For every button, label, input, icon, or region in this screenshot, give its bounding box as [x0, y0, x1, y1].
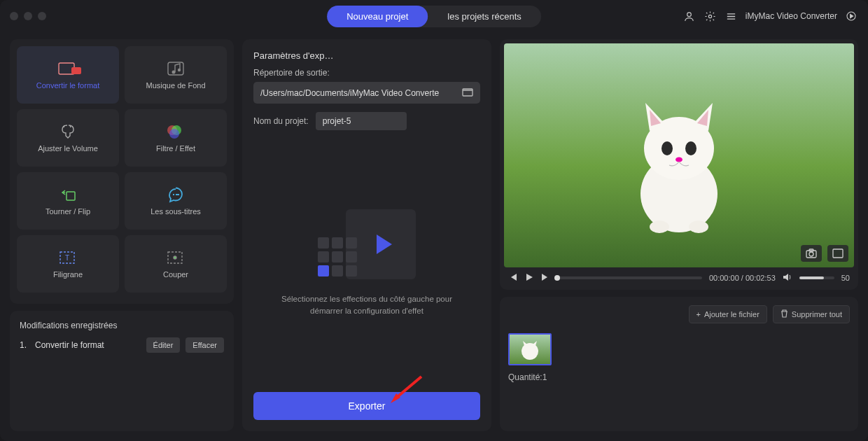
svg-point-7 — [178, 69, 181, 71]
settings-icon[interactable] — [704, 9, 718, 23]
fullscreen-icon[interactable] — [827, 245, 848, 262]
tool-filter-effect[interactable]: Filtre / Effet — [125, 109, 227, 167]
effect-illustration — [318, 209, 416, 279]
tool-label: Les sous-titres — [150, 207, 201, 216]
modification-row: 1. Convertir le format Éditer Effacer — [20, 337, 224, 353]
minimize-window[interactable] — [24, 12, 32, 20]
snapshot-icon[interactable] — [801, 245, 822, 262]
tool-rotate-flip[interactable]: Tourner / Flip — [17, 172, 119, 230]
project-name-input[interactable] — [316, 112, 407, 130]
tab-recent-projects[interactable]: les projets récents — [428, 6, 541, 27]
modifications-title: Modifications enregistrées — [20, 321, 224, 330]
preview-panel: 00:00:00 / 00:02:53 50 — [500, 39, 858, 290]
svg-text:T: T — [65, 254, 69, 262]
tool-subtitles[interactable]: Les sous-titres — [125, 172, 227, 230]
tool-watermark[interactable]: T Filigrane — [17, 235, 119, 293]
svg-point-23 — [689, 220, 708, 233]
tool-label: Couper — [163, 270, 188, 279]
export-button[interactable]: Exporter — [253, 392, 480, 420]
browse-folder-icon[interactable] — [462, 87, 473, 99]
rotate-icon — [57, 186, 78, 203]
menu-icon[interactable] — [724, 9, 738, 23]
svg-point-21 — [676, 158, 682, 162]
svg-point-19 — [662, 141, 673, 155]
prev-icon[interactable] — [508, 273, 518, 283]
play-icon[interactable] — [525, 273, 533, 283]
clear-button[interactable]: Effacer — [186, 337, 224, 353]
assets-panel: +Ajouter le fichier Supprimer tout Quant… — [500, 297, 858, 431]
account-icon[interactable] — [682, 9, 696, 23]
close-window[interactable] — [10, 12, 18, 20]
tool-label: Ajuster le Volume — [38, 144, 98, 153]
subtitles-icon — [165, 186, 186, 203]
app-title: iMyMac Video Converter — [746, 11, 837, 21]
output-dir-label: Répertoire de sortie: — [253, 68, 480, 78]
progress-bar[interactable] — [557, 276, 702, 279]
window-controls — [10, 12, 46, 20]
tab-new-project[interactable]: Nouveau projet — [327, 6, 428, 27]
svg-rect-27 — [833, 249, 843, 258]
svg-point-22 — [650, 220, 669, 233]
convert-format-icon — [57, 60, 78, 77]
output-dir-value: /Users/mac/Documents/iMyMac Video Conver… — [260, 88, 456, 98]
player-controls: 00:00:00 / 00:02:53 50 — [504, 267, 854, 283]
volume-slider[interactable] — [799, 276, 834, 279]
video-preview[interactable] — [504, 43, 854, 267]
tool-label: Musique de Fond — [146, 81, 206, 90]
tool-background-music[interactable]: Musique de Fond — [125, 46, 227, 104]
tool-label: Filtre / Effet — [156, 144, 195, 153]
svg-rect-11 — [66, 192, 75, 200]
play-badge-icon[interactable] — [844, 9, 858, 23]
volume-value: 50 — [841, 274, 850, 282]
modification-name: Convertir le format — [35, 340, 141, 350]
trash-icon — [780, 309, 788, 319]
tool-adjust-volume[interactable]: Ajuster le Volume — [17, 109, 119, 167]
project-name-label: Nom du projet: — [253, 116, 309, 126]
svg-point-1 — [709, 15, 712, 18]
top-tabs: Nouveau projet les projets récents — [327, 6, 541, 27]
svg-point-20 — [685, 141, 696, 155]
filter-icon — [165, 123, 186, 140]
tool-label: Tourner / Flip — [46, 207, 90, 216]
preview-content — [595, 71, 763, 239]
svg-rect-5 — [168, 62, 183, 75]
cut-icon — [165, 249, 186, 266]
svg-point-15 — [174, 256, 176, 259]
plus-icon: + — [696, 310, 701, 318]
export-panel-title: Paramètres d'exp… — [253, 50, 480, 61]
svg-point-0 — [687, 12, 692, 16]
add-file-button[interactable]: +Ajouter le fichier — [689, 305, 767, 323]
svg-point-10 — [169, 129, 179, 139]
svg-rect-4 — [71, 67, 81, 74]
next-icon[interactable] — [540, 273, 550, 283]
asset-count: Quantité:1 — [508, 372, 850, 382]
delete-all-button[interactable]: Supprimer tout — [773, 305, 850, 323]
volume-icon — [57, 123, 78, 140]
edit-button[interactable]: Éditer — [146, 337, 181, 353]
asset-thumbnail[interactable] — [508, 333, 552, 365]
titlebar: Nouveau projet les projets récents iMyMa… — [0, 0, 868, 32]
tools-panel: Convertir le format Musique de Fond Ajus… — [10, 39, 234, 304]
tool-convert-format[interactable]: Convertir le format — [17, 46, 119, 104]
tool-cut[interactable]: Couper — [125, 235, 227, 293]
volume-icon[interactable] — [783, 273, 792, 283]
modifications-panel: Modifications enregistrées 1. Convertir … — [10, 311, 234, 431]
effect-hint: Sélectionnez les effections du côté gauc… — [253, 293, 480, 318]
watermark-icon: T — [57, 249, 78, 266]
modification-index: 1. — [20, 340, 29, 350]
export-panel: Paramètres d'exp… Répertoire de sortie: … — [242, 39, 491, 431]
output-dir-field[interactable]: /Users/mac/Documents/iMyMac Video Conver… — [253, 82, 480, 104]
time-display: 00:00:00 / 00:02:53 — [709, 274, 776, 282]
tool-label: Filigrane — [53, 270, 83, 279]
maximize-window[interactable] — [38, 12, 46, 20]
svg-point-25 — [809, 252, 813, 256]
tool-label: Convertir le format — [36, 81, 99, 90]
music-icon — [165, 60, 186, 77]
svg-point-28 — [522, 343, 538, 360]
